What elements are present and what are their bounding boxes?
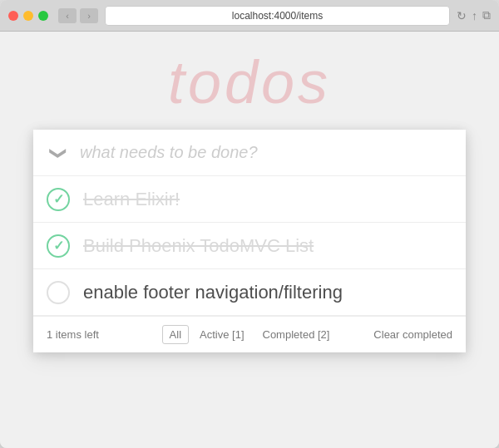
- share-icon[interactable]: ↑: [472, 9, 477, 22]
- close-button[interactable]: [8, 11, 18, 21]
- duplicate-icon[interactable]: ⧉: [482, 8, 491, 22]
- items-left-count: 1 items left: [47, 328, 162, 341]
- toolbar-right: ↻ ↑ ⧉: [457, 8, 491, 22]
- todo-text-3: enable footer navigation/filtering: [83, 282, 343, 303]
- todo-footer: 1 items left All Active [1] Completed [2…: [33, 316, 466, 352]
- todo-input-row: ❯ what needs to be done?: [33, 130, 466, 176]
- todo-checkbox-3[interactable]: [47, 281, 70, 304]
- browser-window: ‹ › localhost:4000/items ↻ ↑ ⧉ todos ❯ w…: [0, 0, 499, 448]
- filter-all-button[interactable]: All: [162, 325, 189, 344]
- app-title: todos: [0, 32, 499, 130]
- todo-item: Build Phoenix TodoMVC List: [33, 223, 466, 269]
- todo-app: ❯ what needs to be done? Learn Elixir! B…: [33, 130, 466, 352]
- todo-item: Learn Elixir!: [33, 176, 466, 223]
- todo-checkbox-1[interactable]: [47, 188, 70, 211]
- clear-completed-button[interactable]: Clear completed: [337, 328, 452, 341]
- url-bar[interactable]: localhost:4000/items: [105, 6, 450, 26]
- chevron-down-icon: ❯: [48, 145, 68, 160]
- url-text: localhost:4000/items: [232, 10, 323, 22]
- page-content: todos ❯ what needs to be done? Learn Eli…: [0, 32, 499, 448]
- todo-item: enable footer navigation/filtering: [33, 269, 466, 316]
- traffic-lights: [8, 11, 48, 21]
- browser-toolbar: ‹ › localhost:4000/items ↻ ↑ ⧉: [0, 0, 499, 32]
- filter-completed-button[interactable]: Completed [2]: [255, 325, 338, 344]
- filter-active-button[interactable]: Active [1]: [192, 325, 251, 344]
- filter-buttons: All Active [1] Completed [2]: [162, 325, 338, 344]
- todo-text-2: Build Phoenix TodoMVC List: [83, 235, 314, 257]
- todo-input-placeholder[interactable]: what needs to be done?: [80, 143, 258, 162]
- minimize-button[interactable]: [23, 11, 33, 21]
- todo-text-1: Learn Elixir!: [83, 189, 180, 210]
- maximize-button[interactable]: [38, 11, 48, 21]
- todo-checkbox-2[interactable]: [47, 234, 70, 258]
- nav-buttons: ‹ ›: [58, 8, 98, 23]
- refresh-icon[interactable]: ↻: [457, 9, 467, 22]
- back-button[interactable]: ‹: [58, 8, 77, 23]
- forward-button[interactable]: ›: [80, 8, 98, 23]
- toggle-all-button[interactable]: ❯: [47, 141, 70, 165]
